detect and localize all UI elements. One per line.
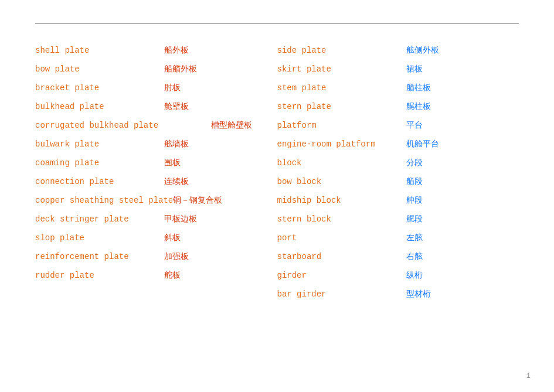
right-entry-12: girder纵桁 — [277, 267, 519, 285]
left-entry-9: deck stringer plate甲板边板 — [35, 210, 277, 229]
translation: 肘板 — [164, 83, 181, 93]
translation: 甲板边板 — [164, 214, 197, 224]
term: coaming plate — [35, 158, 164, 168]
term: shell plate — [35, 46, 164, 55]
translation: 左舷 — [406, 233, 423, 243]
term: bar girder — [277, 289, 406, 299]
term: rudder plate — [35, 271, 164, 280]
term: starboard — [277, 252, 406, 261]
content-grid: shell plate船外板bow plate船艏外板bracket plate… — [35, 42, 519, 304]
right-entry-13: bar girder型材桁 — [277, 285, 519, 304]
term: bulkhead plate — [35, 102, 164, 111]
translation: 右舷 — [406, 251, 423, 262]
left-entry-3: bulkhead plate舱壁板 — [35, 98, 277, 117]
term: deck stringer plate — [35, 214, 164, 224]
term: bow block — [277, 177, 406, 186]
left-entry-4: corrugated bulkhead plate槽型舱壁板 — [35, 117, 277, 135]
term: bow plate — [35, 64, 164, 74]
left-entry-2: bracket plate肘板 — [35, 79, 277, 98]
right-entry-8: midship block舯段 — [277, 192, 519, 210]
right-entry-7: bow block艏段 — [277, 173, 519, 192]
right-entry-9: stern block艉段 — [277, 210, 519, 229]
translation: 分段 — [406, 158, 423, 168]
term: stern block — [277, 214, 406, 224]
left-entry-5: bulwark plate舷墙板 — [35, 135, 277, 154]
right-column: side plate舷侧外板skirt plate裙板stem plate艏柱板… — [277, 42, 519, 304]
term: block — [277, 158, 406, 168]
left-entry-7: connection plate连续板 — [35, 173, 277, 192]
left-entry-12: rudder plate舵板 — [35, 267, 277, 285]
translation: 艏柱板 — [406, 83, 431, 93]
term: girder — [277, 271, 406, 280]
right-entry-1: skirt plate裙板 — [277, 60, 519, 79]
left-entry-0: shell plate船外板 — [35, 42, 277, 60]
translation: 槽型舱壁板 — [211, 120, 252, 131]
term: slop plate — [35, 233, 164, 243]
translation: 舵板 — [164, 270, 181, 281]
translation: 型材桁 — [406, 289, 431, 299]
term: stem plate — [277, 83, 406, 93]
term: bracket plate — [35, 83, 164, 93]
translation: 连续板 — [164, 176, 189, 187]
translation: 船外板 — [164, 45, 189, 56]
right-entry-6: block分段 — [277, 154, 519, 173]
left-entry-1: bow plate船艏外板 — [35, 60, 277, 79]
right-entry-10: port左舷 — [277, 229, 519, 248]
right-entry-4: platform平台 — [277, 117, 519, 135]
term: stern plate — [277, 102, 406, 111]
translation: 斜板 — [164, 233, 181, 243]
translation: 铜－钢复合板 — [173, 195, 222, 206]
translation: 船艏外板 — [164, 64, 197, 74]
translation: 纵桁 — [406, 270, 423, 281]
right-entry-2: stem plate艏柱板 — [277, 79, 519, 98]
term: copper sheathing steel plate — [35, 196, 173, 205]
term: bulwark plate — [35, 139, 164, 149]
left-entry-6: coaming plate围板 — [35, 154, 277, 173]
right-entry-3: stern plate艉柱板 — [277, 98, 519, 117]
translation: 裙板 — [406, 64, 423, 74]
translation: 舷侧外板 — [406, 45, 439, 56]
translation: 机舱平台 — [406, 139, 439, 149]
translation: 加强板 — [164, 251, 189, 262]
term: skirt plate — [277, 64, 406, 74]
term: port — [277, 233, 406, 243]
term: side plate — [277, 46, 406, 55]
translation: 围板 — [164, 158, 181, 168]
term: connection plate — [35, 177, 164, 186]
translation: 艏段 — [406, 176, 423, 187]
term: platform — [277, 121, 406, 130]
term: reinforcement plate — [35, 252, 164, 261]
top-divider — [35, 23, 519, 24]
translation: 平台 — [406, 120, 423, 131]
translation: 艉段 — [406, 214, 423, 224]
translation: 艉柱板 — [406, 101, 431, 112]
translation: 舯段 — [406, 195, 423, 206]
term: engine-room platform — [277, 139, 406, 149]
left-entry-8: copper sheathing steel plate铜－钢复合板 — [35, 192, 277, 210]
translation: 舷墙板 — [164, 139, 189, 149]
right-entry-0: side plate舷侧外板 — [277, 42, 519, 60]
translation: 舱壁板 — [164, 101, 189, 112]
term: midship block — [277, 196, 406, 205]
left-column: shell plate船外板bow plate船艏外板bracket plate… — [35, 42, 277, 304]
right-entry-11: starboard右舷 — [277, 248, 519, 267]
left-entry-10: slop plate斜板 — [35, 229, 277, 248]
right-entry-5: engine-room platform机舱平台 — [277, 135, 519, 154]
term: corrugated bulkhead plate — [35, 121, 211, 130]
left-entry-11: reinforcement plate加强板 — [35, 248, 277, 267]
